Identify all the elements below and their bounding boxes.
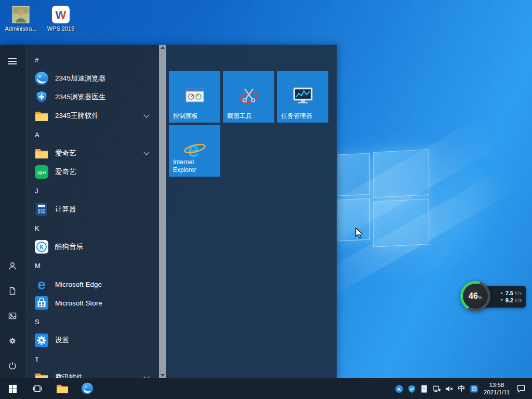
svg-text:K: K xyxy=(397,386,401,392)
gear-icon xyxy=(7,336,18,346)
app-section-header-s[interactable]: S xyxy=(25,312,159,331)
app-label: 设置 xyxy=(55,336,69,345)
app-tray-button[interactable] xyxy=(468,378,480,399)
app-label: 2345王牌软件 xyxy=(55,111,99,121)
svg-text:e: e xyxy=(37,277,46,291)
windows-logo-pane xyxy=(373,198,429,247)
app-section-header-k[interactable]: K xyxy=(25,219,159,237)
tile-internet-explorer[interactable]: e Internet Explorer xyxy=(169,125,220,177)
download-arrow-icon: ▼ xyxy=(500,298,504,302)
notepad-tray-button[interactable] xyxy=(418,378,430,399)
file-explorer-icon xyxy=(56,383,69,394)
speed-monitor-widget[interactable]: ▲ 7.5 K/s ▼ 9.2 K/s 46 % xyxy=(460,281,526,312)
app-item-calculator[interactable]: 计算器 xyxy=(25,200,159,219)
volume-muted-icon xyxy=(445,384,454,393)
app-item-settings[interactable]: 设置 xyxy=(25,331,159,350)
power-button[interactable] xyxy=(0,353,25,378)
desktop-icon-administrator[interactable]: Administra... xyxy=(2,5,39,32)
usage-gauge[interactable]: 46 % xyxy=(460,281,490,311)
document-icon xyxy=(8,286,17,296)
svg-text:e: e xyxy=(188,138,199,161)
app-section-header-j[interactable]: J xyxy=(25,181,159,200)
scroll-down-icon[interactable] xyxy=(161,374,165,377)
app-item-microsoft-edge[interactable]: e Microsoft Edge xyxy=(25,275,159,294)
tile-snipping-tool[interactable]: 截图工具 xyxy=(223,71,274,123)
ime-indicator[interactable]: 中 xyxy=(455,378,468,399)
tile-label: Internet Explorer xyxy=(173,158,217,174)
network-tray-button[interactable] xyxy=(430,378,443,399)
pictures-button[interactable] xyxy=(0,303,25,328)
folder-item-2345-software[interactable]: 2345王牌软件 xyxy=(25,107,159,125)
calculator-icon xyxy=(34,202,49,217)
app-item-kugou-music[interactable]: K 酷狗音乐 xyxy=(25,237,159,256)
download-speed-unit: K/s xyxy=(515,298,522,303)
2345-browser-button[interactable] xyxy=(75,378,100,399)
app-label: 2345浏览器医生 xyxy=(55,92,106,102)
windows-logo-pane xyxy=(338,198,370,241)
tile-control-panel[interactable]: 控制面板 xyxy=(169,71,220,123)
network-ethernet-icon xyxy=(432,384,441,393)
app-label: 爱奇艺 xyxy=(55,149,76,158)
power-icon xyxy=(8,361,17,370)
security-tray-button[interactable] xyxy=(405,378,418,399)
chevron-down-icon xyxy=(143,374,149,378)
app-item-iqiyi[interactable]: iQIYI 爱奇艺 xyxy=(25,163,159,181)
app-label: Microsoft Edge xyxy=(55,281,102,288)
tray-app-icon xyxy=(470,384,478,393)
snipping-tool-icon xyxy=(237,84,261,108)
app-item-2345-browser-doctor[interactable]: 2345浏览器医生 xyxy=(25,88,159,107)
taskbar-clock[interactable]: 13:58 2021/1/11 xyxy=(480,378,513,399)
system-tray: K xyxy=(393,378,532,399)
clock-time: 13:58 xyxy=(489,381,504,389)
user-account-button[interactable] xyxy=(0,254,25,278)
app-section-header-hash[interactable]: # xyxy=(25,50,159,69)
settings-button[interactable] xyxy=(0,328,25,353)
2345-browser-icon xyxy=(34,71,49,86)
documents-button[interactable] xyxy=(0,278,25,303)
app-section-header-t[interactable]: T xyxy=(25,350,159,368)
user-account-folder-icon xyxy=(11,5,30,24)
app-label: 爱奇艺 xyxy=(55,167,76,177)
svg-text:W: W xyxy=(56,8,66,21)
app-section-header-a[interactable]: A xyxy=(25,125,159,144)
user-icon xyxy=(8,261,17,271)
download-speed-value: 9.2 xyxy=(506,297,513,303)
start-button[interactable] xyxy=(0,378,25,399)
app-item-2345-browser[interactable]: 2345加速浏览器 xyxy=(25,69,159,88)
wps-logo-icon: W xyxy=(51,5,70,24)
folder-icon xyxy=(34,370,49,378)
action-center-button[interactable] xyxy=(513,378,529,399)
app-list-scrollbar[interactable] xyxy=(159,45,166,378)
desktop-icon-wps-2019[interactable]: W WPS 2019 xyxy=(42,5,79,32)
hamburger-icon xyxy=(8,57,17,66)
windows-logo-icon xyxy=(8,384,17,393)
ime-label: 中 xyxy=(458,384,465,393)
app-section-header-m[interactable]: M xyxy=(25,256,159,275)
usage-percent-sign: % xyxy=(478,295,482,300)
svg-text:K: K xyxy=(39,244,44,251)
expand-menu-button[interactable] xyxy=(0,49,25,74)
windows-logo-pane xyxy=(373,149,429,198)
usage-percent: 46 xyxy=(469,291,478,301)
desktop[interactable]: Administra... W WPS 2019 xyxy=(0,0,532,399)
shield-icon xyxy=(407,384,416,393)
control-panel-icon xyxy=(183,84,207,108)
section-letter: M xyxy=(35,262,41,270)
task-view-icon xyxy=(32,383,43,394)
app-item-microsoft-store[interactable]: Microsoft Store xyxy=(25,294,159,312)
app-label: 腾讯软件 xyxy=(55,373,83,378)
scroll-up-icon[interactable] xyxy=(161,46,165,49)
taskbar: K xyxy=(0,378,532,399)
start-menu: # 2345加速浏览器 2345浏览器医生 xyxy=(0,45,337,378)
file-explorer-button[interactable] xyxy=(50,378,75,399)
folder-item-tencent-software[interactable]: 腾讯软件 xyxy=(25,368,159,378)
folder-item-iqiyi[interactable]: 爱奇艺 xyxy=(25,144,159,163)
kugou-tray-button[interactable]: K xyxy=(393,378,405,399)
edge-icon: e xyxy=(34,277,49,291)
volume-tray-button[interactable] xyxy=(443,378,455,399)
store-icon xyxy=(34,296,49,310)
task-view-button[interactable] xyxy=(25,378,50,399)
desktop-icon-label: WPS 2019 xyxy=(42,25,79,32)
tile-task-manager[interactable]: 任务管理器 xyxy=(277,71,328,123)
2345-browser-icon xyxy=(81,382,94,395)
